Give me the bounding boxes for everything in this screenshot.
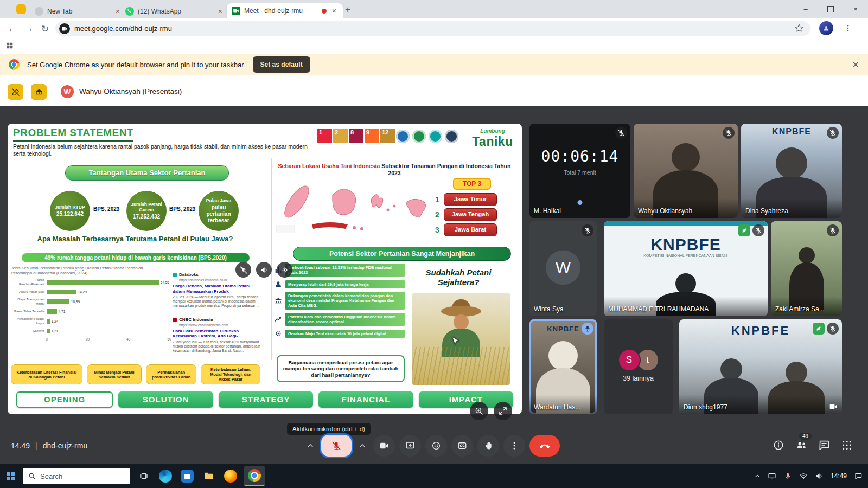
participant-tile-zaki[interactable]: Zaki Amirza Sa... xyxy=(771,221,842,316)
chart-row: Akses Pasar Sulit 14,29 xyxy=(11,288,169,296)
tab-whatsapp[interactable]: (12) WhatsApp × xyxy=(120,4,229,18)
window-close-button[interactable]: × xyxy=(843,0,868,18)
tab-meet[interactable]: Meet - dhd-eujz-rmu × xyxy=(227,3,343,18)
tray-network-icon[interactable] xyxy=(799,472,808,480)
tray-mic-icon[interactable] xyxy=(783,472,792,480)
new-tab-button[interactable]: + xyxy=(342,4,354,16)
volume-icon[interactable] xyxy=(256,262,272,278)
tab-title: (12) WhatsApp xyxy=(138,8,213,15)
reload-icon[interactable]: ↻ xyxy=(38,22,52,36)
banner-message: Set Google Chrome as your default browse… xyxy=(27,61,244,69)
banner-close-icon[interactable]: ✕ xyxy=(852,60,859,70)
window-maximize-button[interactable] xyxy=(818,0,843,18)
fullscreen-icon[interactable] xyxy=(494,402,512,420)
raise-hand-button[interactable] xyxy=(477,435,499,457)
tray-display-icon[interactable] xyxy=(768,472,776,480)
participant-tile-wardatun[interactable]: KNPBFE Wardatun Has... xyxy=(529,319,597,414)
stat-value: pulau pertanian terbesar xyxy=(201,204,237,224)
participant-tile-fitri[interactable]: KNPBFE KOMPETISI NASIONAL PERENCANAAN BI… xyxy=(604,221,768,316)
bookmark-star-icon[interactable] xyxy=(794,23,804,33)
nav-strategy[interactable]: STRATEGY xyxy=(219,391,313,408)
start-button[interactable] xyxy=(7,472,15,480)
site-camera-chip-icon[interactable] xyxy=(59,23,70,34)
nav-solution[interactable]: SOLUTION xyxy=(118,391,213,408)
chart-category: Harga Rendah/Fluktuatif xyxy=(11,278,47,286)
org-logo-icon xyxy=(412,130,426,143)
edge-icon[interactable] xyxy=(157,468,174,484)
participant-tile-haikal[interactable]: 00:06:14 Total 7 menit M. Haikal xyxy=(529,124,630,218)
tab-group-indicator[interactable] xyxy=(16,4,26,14)
address-bar[interactable]: meet.google.com/dhd-eujz-rmu xyxy=(55,21,810,36)
institution-icon[interactable] xyxy=(31,84,47,100)
mouse-cursor-icon xyxy=(450,336,460,346)
trend-icon xyxy=(274,315,283,324)
profile-avatar[interactable] xyxy=(819,21,833,35)
task-view-button[interactable] xyxy=(136,468,152,484)
nav-financial[interactable]: FINANCIAL xyxy=(318,391,413,408)
browser-toolbar: ← → ↻ meet.google.com/dhd-eujz-rmu xyxy=(0,18,868,38)
settings-icon[interactable] xyxy=(277,262,292,278)
taskbar-search[interactable]: Search xyxy=(23,468,130,484)
mic-button[interactable] xyxy=(321,435,352,457)
more-participants-tile[interactable]: S t 39 lainnya xyxy=(604,319,673,414)
brand-main-text: Taniku xyxy=(467,134,519,150)
tab-close-icon[interactable]: × xyxy=(216,7,224,16)
camera-button[interactable] xyxy=(373,435,395,457)
chart-value: 4,71 xyxy=(59,310,66,314)
hidden-icons-chevron[interactable] xyxy=(754,473,761,479)
present-button[interactable] xyxy=(399,435,421,457)
participant-tile-wahyu[interactable]: Wahyu Oktiansyah xyxy=(634,124,738,218)
rank-number: 2 xyxy=(434,210,441,220)
chart-category: Persaingan Produk Impor xyxy=(11,317,47,325)
tab-close-icon[interactable]: × xyxy=(330,7,338,15)
meeting-info-icon[interactable] xyxy=(773,439,784,451)
file-explorer-icon[interactable] xyxy=(201,468,217,484)
activities-icon[interactable] xyxy=(841,439,853,451)
databoks-logo-icon xyxy=(173,273,177,277)
participant-tile-dion[interactable]: KNPBFE Dion shbg1977 xyxy=(679,319,842,414)
stat-circle: Jumlah Petani Gurem 17.252.432 xyxy=(126,191,167,231)
video-settings-chevron[interactable] xyxy=(356,435,369,457)
closing-question-box: Bagaimana memperkuat posisi petani agar … xyxy=(277,355,405,382)
store-icon[interactable] xyxy=(179,468,195,484)
reactions-button[interactable] xyxy=(425,435,447,457)
set-default-button[interactable]: Set as default xyxy=(253,56,310,73)
notification-center-icon[interactable] xyxy=(854,472,863,480)
chart-row: Harga Rendah/Fluktuatif 57,55 xyxy=(11,279,169,286)
apps-shortcut-icon[interactable] xyxy=(5,41,14,50)
chat-icon[interactable] xyxy=(818,439,830,451)
mic-muted-icon xyxy=(752,224,764,236)
participants-icon[interactable]: 49 xyxy=(795,439,807,451)
back-icon[interactable]: ← xyxy=(5,22,20,36)
leaf-badge-icon xyxy=(738,224,750,236)
more-options-button[interactable] xyxy=(503,435,525,457)
participant-tile-winta[interactable]: W Winta Sya xyxy=(529,221,597,316)
browser-tab-strip: New Tab × (12) WhatsApp × Meet - dhd-euj… xyxy=(0,0,868,18)
audio-settings-chevron[interactable] xyxy=(304,435,317,457)
zoom-in-icon[interactable] xyxy=(470,402,488,420)
digital-icon xyxy=(274,329,283,338)
chrome-taskbar-icon[interactable] xyxy=(244,466,265,486)
captions-button[interactable] xyxy=(451,435,473,457)
browser-menu-icon[interactable] xyxy=(841,21,855,35)
firefox-icon[interactable] xyxy=(222,468,239,484)
tab-new-tab[interactable]: New Tab × xyxy=(30,4,126,18)
nav-opening[interactable]: OPENING xyxy=(16,391,113,408)
letter-avatar: W xyxy=(546,250,580,285)
tray-volume-icon[interactable] xyxy=(815,472,824,480)
chart-category: Biaya Transportasi Mahal xyxy=(11,298,47,305)
window-minimize-button[interactable]: – xyxy=(793,0,818,18)
timer-value: 00:06:14 xyxy=(529,147,630,165)
mic-muted-icon xyxy=(615,127,627,139)
end-call-button[interactable] xyxy=(529,435,560,457)
pointer-off-icon[interactable] xyxy=(235,262,251,278)
slide-subtitle: Petani Indonesia belum sejahtera karena … xyxy=(13,143,309,157)
participant-tile-dina[interactable]: KNPBFE Dina Syahreza xyxy=(741,124,842,218)
forward-icon[interactable]: → xyxy=(22,22,36,36)
issue-box: Permasalahan produktivitas Lahan xyxy=(146,364,196,384)
taskbar-clock[interactable]: 14:49 xyxy=(831,472,847,480)
annotation-off-icon[interactable] xyxy=(8,84,23,100)
chart-bar xyxy=(47,299,69,304)
meeting-code: dhd-eujz-rmu xyxy=(43,441,87,450)
issue-box: Minat Menjadi Petani Semakin Sedikit xyxy=(87,364,142,384)
